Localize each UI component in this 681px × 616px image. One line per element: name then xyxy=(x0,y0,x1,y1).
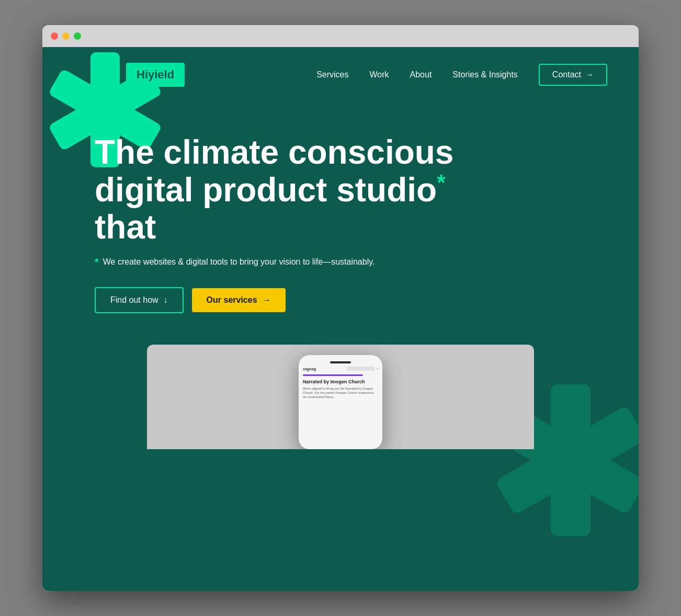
browser-chrome xyxy=(42,25,639,47)
hero-buttons: Find out how ↓ Our services → xyxy=(95,287,607,313)
nav-link-services[interactable]: Services xyxy=(316,70,348,79)
hero-title-line1: The climate conscious xyxy=(95,133,453,171)
traffic-light-yellow[interactable] xyxy=(62,32,70,40)
subtitle-text: We create websites & digital tools to br… xyxy=(103,257,375,267)
traffic-light-green[interactable] xyxy=(74,32,81,40)
browser-window: Hiyield Services Work About Stories & In… xyxy=(42,25,639,591)
nav-link-about[interactable]: About xyxy=(410,70,432,79)
find-out-how-label: Find out how xyxy=(110,295,158,305)
hero-title-line3: that xyxy=(95,208,156,246)
subtitle-asterisk: * xyxy=(95,256,99,268)
navigation: Hiyield Services Work About Stories & In… xyxy=(42,47,639,102)
phone-screen-header: xigxag › xyxy=(303,367,378,371)
phone-app-name: xigxag xyxy=(303,367,316,371)
hero-section: The climate conscious digital product st… xyxy=(42,102,639,345)
hero-title-asterisk: * xyxy=(437,170,445,195)
phone-screen: xigxag › Narrated by Imogen Church We're… xyxy=(299,355,382,449)
find-out-how-arrow: ↓ xyxy=(164,295,168,305)
nav-links: Services Work About Stories & Insights C… xyxy=(316,64,607,86)
bottom-section: xigxag › Narrated by Imogen Church We're… xyxy=(147,345,534,449)
contact-arrow: → xyxy=(585,70,594,79)
website-content: Hiyield Services Work About Stories & In… xyxy=(42,47,639,591)
hero-title-line2: digital product studio xyxy=(95,172,437,209)
phone-search-bar xyxy=(347,367,374,371)
phone-mockup: xigxag › Narrated by Imogen Church We're… xyxy=(299,355,382,449)
find-out-how-button[interactable]: Find out how ↓ xyxy=(95,287,184,313)
nav-link-stories[interactable]: Stories & Insights xyxy=(452,70,518,79)
nav-link-work[interactable]: Work xyxy=(370,70,389,79)
our-services-arrow: → xyxy=(263,295,271,305)
traffic-light-red[interactable] xyxy=(51,32,58,40)
hero-title: The climate conscious digital product st… xyxy=(95,134,461,246)
our-services-button[interactable]: Our services → xyxy=(192,288,286,312)
contact-button[interactable]: Contact → xyxy=(539,64,607,86)
our-services-label: Our services xyxy=(207,295,257,305)
phone-progress-bar xyxy=(303,374,363,376)
contact-label: Contact xyxy=(552,70,581,79)
hero-subtitle: * We create websites & digital tools to … xyxy=(95,256,388,268)
phone-podcast-sub: We're aligned to bring you the Narrated … xyxy=(303,386,378,400)
logo[interactable]: Hiyield xyxy=(126,63,185,87)
phone-podcast-title: Narrated by Imogen Church xyxy=(303,379,378,384)
